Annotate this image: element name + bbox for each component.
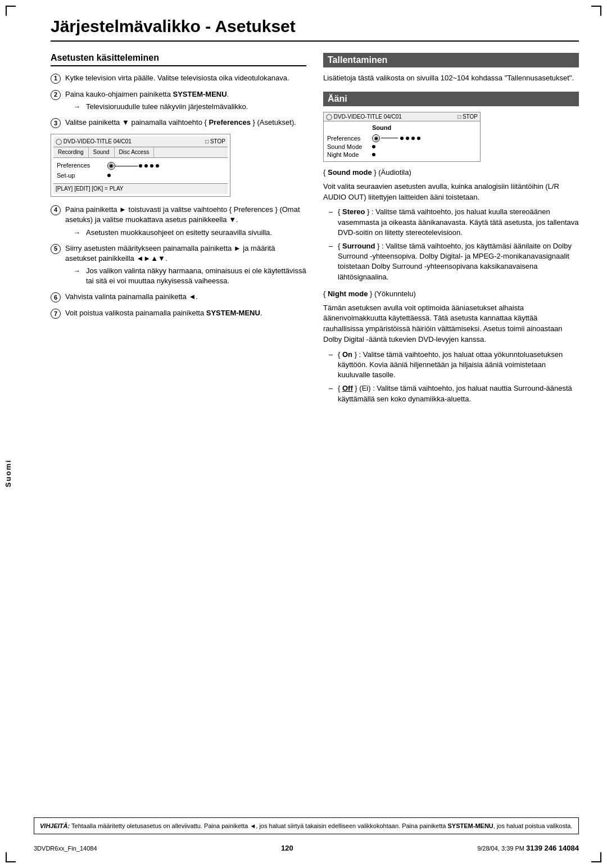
aani-row-pref: Preferences ◉: [327, 134, 477, 142]
aani-row-nightmode: Night Mode: [327, 151, 477, 158]
night-mode-intro: Tämän asetuksen avulla voit optimoida ää…: [323, 303, 579, 345]
step-5-sub: Jos valikon valinta näkyy harmaana, omin…: [73, 266, 306, 286]
on-text: { On } : Valitse tämä vaihtoehto, jos ha…: [338, 350, 579, 381]
step-num-1: 1: [51, 74, 61, 84]
step-3: 3 Valitse painiketta ▼ painamalla vaihto…: [51, 117, 306, 128]
page: Suomi Järjestelmävalikko - Asetukset Ase…: [0, 0, 607, 868]
footer-center-num: 120: [281, 844, 293, 852]
step-6-text: Vahvista valinta painamalla painiketta ◄…: [65, 292, 306, 302]
step-1: 1 Kytke television virta päälle. Valitse…: [51, 73, 306, 84]
footer-note: VIHJEITÄ: Tehtaalla määritetty oletusase…: [34, 817, 579, 835]
aani-diag-right: □ STOP: [457, 114, 478, 120]
step-4-content: Paina painiketta ► toistuvasti ja valits…: [65, 205, 306, 238]
diagram-item: ◯ DVD-VIDEO-TITLE 04/C01 □ STOP Recordin…: [51, 134, 306, 197]
main-content: Asetusten käsitteleminen 1 Kytke televis…: [51, 53, 579, 411]
aani-row-soundmode: Sound Mode: [327, 143, 477, 150]
sound-label: Sound: [327, 124, 477, 133]
on-bold: On: [342, 350, 352, 359]
sound-mode-intro: Voit valita seuraavien asetusten avulla,…: [323, 182, 579, 203]
step-4-sub: Asetusten muokkausohjeet on esitetty seu…: [73, 228, 306, 238]
diagram-title-left: ◯ DVD-VIDEO-TITLE 04/C01: [56, 138, 132, 146]
step-5-content: Siirry asetusten määritykseen painamalla…: [65, 243, 306, 287]
footer-note-container: VIHJEITÄ: Tehtaalla määritetty oletusase…: [34, 817, 579, 835]
aani-header: Ääni: [323, 92, 579, 106]
corner-mark-tl: [6, 6, 16, 16]
step-2-sub: Televisioruudulle tulee näkyviin järjest…: [73, 102, 306, 112]
pref-circle: ◉: [107, 162, 115, 170]
bottom-bar: 3DVDR6xx_Fin_14084 120 9/28/04, 3:39 PM …: [34, 844, 579, 852]
step-2: 2 Paina kauko-ohjaimen painiketta SYSTEM…: [51, 89, 306, 112]
arrow-icon: [73, 102, 80, 112]
step-2-content: Paina kauko-ohjaimen painiketta SYSTEM-M…: [65, 89, 306, 112]
night-item-off: – { Off } (Ei) : Valitse tämä vaihtoehto…: [329, 383, 579, 404]
step-6: 6 Vahvista valinta painamalla painiketta…: [51, 292, 306, 302]
night-mode-bold: Night mode: [328, 290, 368, 298]
corner-mark-bl: [6, 852, 16, 862]
step-5-sub-text: Jos valikon valinta näkyy harmaana, omin…: [86, 266, 306, 286]
sound-item-surround: – { Surround } : Valitse tämä vaihtoehto…: [329, 241, 579, 282]
sound-item-stereo: – { Stereo } : Valitse tämä vaihtoehto, …: [329, 207, 579, 238]
night-item-on: – { On } : Valitse tämä vaihtoehto, jos …: [329, 350, 579, 381]
sidebar-label: Suomi: [4, 459, 12, 487]
right-column: Tallentaminen Lisätietoja tästä valikost…: [323, 53, 579, 411]
dot-sm: [372, 145, 375, 148]
night-mode-title: { Night mode } (Yökunntelu): [323, 289, 579, 300]
vihjeit-text: Tehtaalla määritetty oletusasetus on all…: [71, 822, 572, 829]
stereo-text: { Stereo } : Valitse tämä vaihtoehto, jo…: [338, 207, 579, 238]
step-num-2: 2: [51, 90, 61, 100]
surround-text: { Surround } : Valitse tämä vaihtoehto, …: [338, 241, 579, 282]
step-1-text: Kytke television virta päälle. Valitse t…: [65, 73, 306, 83]
pref-label: Preferences: [57, 161, 107, 170]
pref-line: [115, 166, 138, 166]
dash-on: –: [329, 350, 334, 381]
aani-diagram-title: ◯ DVD-VIDEO-TITLE 04/C01 □ STOP: [324, 112, 480, 121]
off-underline: Off: [342, 384, 353, 392]
tab-sound: Sound: [89, 147, 115, 157]
step-num-5: 5: [51, 244, 61, 254]
left-column: Asetusten käsitteleminen 1 Kytke televis…: [51, 53, 306, 411]
step-2-sub-text: Televisioruudulle tulee näkyviin järjest…: [86, 102, 248, 112]
sound-mode-section: { Sound mode } (Äudiotila) Voit valita s…: [323, 168, 579, 282]
nightmode-label: Night Mode: [327, 151, 372, 158]
steps-list: 1 Kytke television virta päälle. Valitse…: [51, 73, 306, 319]
footer-system-menu: SYSTEM-MENU: [447, 822, 493, 829]
dot-setup: [107, 174, 111, 177]
dot4: [156, 164, 159, 168]
tallentaminen-text: Lisätietoja tästä valikosta on sivuilla …: [323, 73, 579, 84]
aani-diag-left: ◯ DVD-VIDEO-TITLE 04/C01: [326, 114, 402, 120]
step-num-4: 4: [51, 205, 61, 215]
step-4: 4 Paina painiketta ► toistuvasti ja vali…: [51, 205, 306, 238]
footer-left-code: 3DVDR6xx_Fin_14084: [34, 845, 97, 852]
soundmode-label: Sound Mode: [327, 143, 372, 150]
sound-mode-bold: Sound mode: [328, 168, 372, 177]
step-num-7: 7: [51, 309, 61, 319]
sidebar: Suomi: [0, 112, 16, 834]
step-num-3: 3: [51, 118, 61, 128]
aani-diagram-body: Sound Preferences ◉ Sound Mode: [324, 121, 480, 161]
dot-r3: [411, 137, 415, 140]
surround-bold: Surround: [342, 242, 375, 250]
diagram-footer: [PLAY] [EDIT] [OK] = PLAY: [53, 183, 228, 194]
tab-disc-access: Disc Access: [115, 147, 155, 157]
dot-r1: [400, 137, 404, 140]
footer-right-num: 3139 246 14084: [526, 844, 579, 852]
dash-surround: –: [329, 241, 334, 282]
step-2-bold: SYSTEM-MENU: [173, 90, 227, 98]
step-num-6: 6: [51, 292, 61, 302]
sound-mode-title: { Sound mode } (Äudiotila): [323, 168, 579, 178]
aani-diagram: ◯ DVD-VIDEO-TITLE 04/C01 □ STOP Sound Pr…: [323, 112, 481, 162]
step-7-bold: SYSTEM-MENU: [206, 309, 260, 317]
dot-nm: [372, 153, 375, 156]
step-7: 7 Voit poistua valikosta painamalla pain…: [51, 308, 306, 319]
corner-mark-br: [591, 852, 601, 862]
vihjeit-label: VIHJEITÄ:: [40, 822, 70, 829]
corner-mark-tr: [591, 6, 601, 16]
dot1: [139, 164, 142, 168]
dot2: [144, 164, 148, 168]
off-text: { Off } (Ei) : Valitse tämä vaihtoehto, …: [338, 383, 579, 404]
stereo-bold: Stereo: [342, 207, 365, 216]
diagram-tabs: Recording Sound Disc Access: [53, 147, 228, 158]
pref-circle-r: ◉: [372, 134, 380, 142]
left-section-title: Asetusten käsitteleminen: [51, 53, 306, 66]
footer-right-date: 9/28/04, 3:39 PM: [477, 845, 524, 852]
